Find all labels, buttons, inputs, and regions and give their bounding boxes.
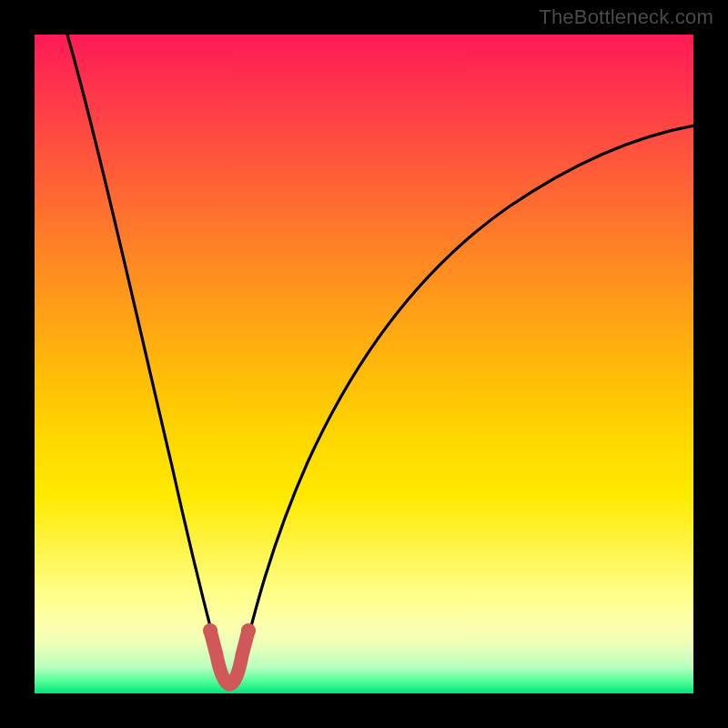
chart-frame: TheBottleneck.com <box>0 0 728 728</box>
plot-area <box>35 35 693 693</box>
chart-svg <box>35 35 693 693</box>
watermark-text: TheBottleneck.com <box>539 5 713 29</box>
curve-group <box>67 35 693 684</box>
curve-right-branch <box>240 126 693 670</box>
valley-highlight <box>210 631 248 684</box>
curve-left-branch <box>67 35 221 670</box>
valley-end-left-dot <box>203 623 217 638</box>
valley-end-right-dot <box>241 623 256 638</box>
